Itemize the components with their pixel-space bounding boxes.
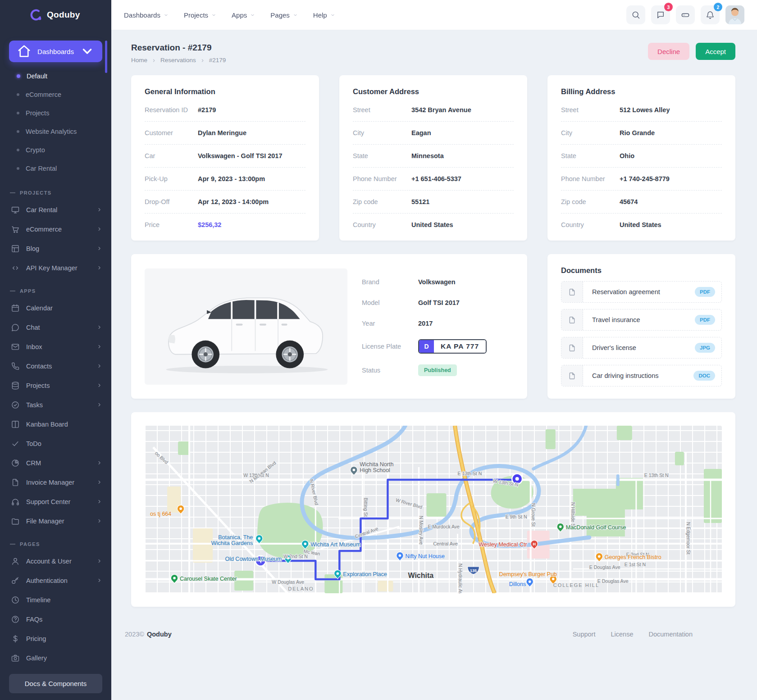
file-icon xyxy=(561,282,583,302)
sidebar-item-chat[interactable]: Chat xyxy=(0,318,111,337)
sidebar-scrollbar[interactable] xyxy=(105,41,107,73)
logo[interactable]: Qoduby xyxy=(0,0,111,30)
topnav-dashboards[interactable]: Dashboards xyxy=(124,11,169,19)
document-name: Travel insurance xyxy=(583,309,695,330)
sidebar-subitem-projects[interactable]: Projects xyxy=(0,104,111,122)
sidebar-item-projects[interactable]: Projects xyxy=(0,376,111,395)
document-driver-s-license[interactable]: Driver's licenseJPG xyxy=(561,337,722,359)
sidebar-item-todo[interactable]: ToDo xyxy=(0,434,111,453)
sidebar-item-label: CRM xyxy=(26,459,90,467)
map-label: Nifty Nut House xyxy=(405,553,445,559)
sidebar-item-label: Pricing xyxy=(26,635,102,642)
user-icon xyxy=(11,557,20,566)
row-value: Eagan xyxy=(411,129,431,136)
card-title: Billing Address xyxy=(561,87,722,96)
map-label: Bitting St xyxy=(363,498,369,517)
sidebar-item-blog[interactable]: Blog xyxy=(0,239,111,258)
sidebar-item-gallery[interactable]: Gallery xyxy=(0,648,111,668)
row-value: +1 740-245-8779 xyxy=(620,175,670,182)
sidebar-item-kanban-board[interactable]: Kanban Board xyxy=(0,414,111,434)
sidebar-item-calendar[interactable]: Calendar xyxy=(0,298,111,318)
map-label: N Edgemoor St xyxy=(686,522,691,555)
sidebar-subitem-crypto[interactable]: Crypto xyxy=(0,141,111,159)
sidebar-item-label: Gallery xyxy=(26,655,102,662)
sidebar-item-authentication[interactable]: Authentication xyxy=(0,571,111,590)
sidebar-item-pricing[interactable]: Pricing xyxy=(0,629,111,648)
map-label: DELANO xyxy=(288,586,314,591)
sidebar-item-timeline[interactable]: Timeline xyxy=(0,590,111,609)
avatar[interactable] xyxy=(725,5,744,24)
car-photo xyxy=(145,268,347,385)
sidebar-item-inbox[interactable]: Inbox xyxy=(0,337,111,356)
sidebar-item-crm[interactable]: CRM xyxy=(0,453,111,473)
sidebar-item-api-key-manager[interactable]: API Key Manager xyxy=(0,258,111,277)
sidebar-item-ecommerce[interactable]: eCommerce xyxy=(0,219,111,239)
file-icon xyxy=(561,365,583,386)
kanban-icon xyxy=(11,420,20,429)
row-value: Volkswagen - Golf TSI 2017 xyxy=(198,152,282,159)
footer-link-license[interactable]: License xyxy=(611,631,633,638)
search-button[interactable] xyxy=(626,5,645,24)
accept-button[interactable]: Accept xyxy=(696,43,735,60)
mail-icon xyxy=(11,342,20,351)
map[interactable]: H135 W 13th St NW 13th St NE 13th St NE … xyxy=(145,426,722,593)
map-label: Wichita Art Museum xyxy=(310,541,360,548)
topnav-help[interactable]: Help xyxy=(313,11,335,19)
footer-link-documentation[interactable]: Documentation xyxy=(648,631,693,638)
sidebar-item-label: ToDo xyxy=(26,440,102,447)
decline-button[interactable]: Decline xyxy=(648,43,689,60)
card-title: Customer Address xyxy=(353,87,514,96)
topnav-apps[interactable]: Apps xyxy=(232,11,255,19)
sidebar-item-support-center[interactable]: Support Center xyxy=(0,492,111,511)
info-row-country: CountryUnited States xyxy=(561,214,722,236)
sidebar-item-dashboards[interactable]: Dashboards xyxy=(9,41,102,62)
sidebar-subitem-ecommerce[interactable]: eCommerce xyxy=(0,85,111,104)
sidebar-item-label: Authentication xyxy=(26,577,90,584)
sidebar-item-file-manager[interactable]: File Manager xyxy=(0,511,111,531)
row-value: Ohio xyxy=(620,152,634,159)
breadcrumb-item-2179[interactable]: #2179 xyxy=(209,57,226,64)
sidebar-item-invoice-manager[interactable]: Invoice Manager xyxy=(0,473,111,492)
info-cards-row: General Information Reservation ID#2179C… xyxy=(131,75,735,241)
topnav-label: Pages xyxy=(270,11,290,19)
avatar-image xyxy=(725,5,744,24)
sidebar-item-tasks[interactable]: Tasks xyxy=(0,395,111,414)
sidebar-item-label: Coming Soon xyxy=(26,693,102,700)
sidebar-item-label: Blog xyxy=(26,245,90,252)
sidebar-item-faqs[interactable]: FAQs xyxy=(0,609,111,629)
breadcrumb-item-home[interactable]: Home xyxy=(131,57,147,64)
footer-link-support[interactable]: Support xyxy=(573,631,596,638)
footer-links: SupportLicenseDocumentation xyxy=(573,631,693,638)
sidebar-item-label: File Manager xyxy=(26,518,90,525)
sidebar-subitem-default[interactable]: Default xyxy=(0,67,111,85)
sidebar-item-car-rental[interactable]: Car Rental xyxy=(0,200,111,219)
info-row-street: Street3542 Bryan Avenue xyxy=(353,99,514,122)
docs-components-button[interactable]: Docs & Components xyxy=(9,674,102,693)
sidebar-subitem-website-analytics[interactable]: Website Analytics xyxy=(0,122,111,141)
chevR-icon xyxy=(200,58,205,63)
watch-icon xyxy=(11,692,20,700)
topnav-projects[interactable]: Projects xyxy=(184,11,216,19)
sidebar-item-account-user[interactable]: Account & User xyxy=(0,551,111,571)
document-car-driving-instructions[interactable]: Car driving instructionsDOC xyxy=(561,365,722,386)
sidebar-subitem-car-rental[interactable]: Car Rental xyxy=(0,159,111,177)
headphones-icon xyxy=(11,497,20,506)
document-travel-insurance[interactable]: Travel insurancePDF xyxy=(561,309,722,331)
map-label: E Douglas Ave xyxy=(597,578,629,584)
file-icon xyxy=(11,478,20,487)
car-image xyxy=(149,272,343,382)
row-label: Price xyxy=(145,221,198,228)
chat-button[interactable]: 3 xyxy=(651,5,670,24)
map-label: oo Blvd xyxy=(154,450,169,465)
row-value: Golf TSI 2017 xyxy=(418,299,460,306)
car-row-status: StatusPublished xyxy=(362,364,514,376)
sidebar-item-contacts[interactable]: Contacts xyxy=(0,356,111,376)
breadcrumb-item-reservations[interactable]: Reservations xyxy=(160,57,196,64)
notifications-button[interactable]: 2 xyxy=(701,5,720,24)
info-row-car: CarVolkswagen - Golf TSI 2017 xyxy=(145,145,306,168)
chevD-icon xyxy=(211,13,216,18)
chevR-icon xyxy=(96,499,102,505)
archive-button[interactable] xyxy=(676,5,695,24)
document-reservation-agreement[interactable]: Reservation agreementPDF xyxy=(561,281,722,303)
topnav-pages[interactable]: Pages xyxy=(270,11,298,19)
